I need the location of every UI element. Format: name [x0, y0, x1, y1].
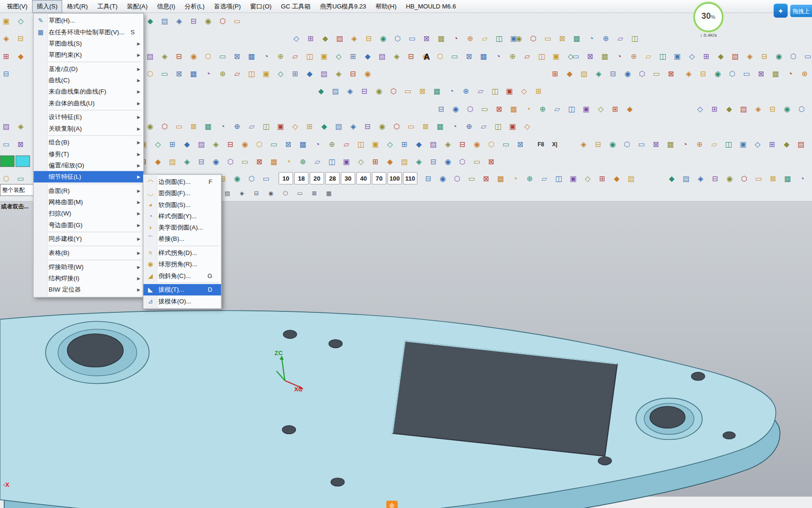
toolbar-icon[interactable]: ⊕ — [464, 32, 476, 44]
toolbar-icon[interactable]: ◈ — [578, 138, 590, 150]
insert-menu-item-20[interactable]: 扫掠(W)▶ — [34, 208, 144, 219]
toolbar-icon[interactable]: ⊞ — [709, 103, 721, 115]
toolbar-icon[interactable]: ◉ — [442, 156, 454, 168]
insert-menu-item-23[interactable]: 同步建模(Y)▶ — [34, 233, 144, 245]
toolbar-icon[interactable]: ▭ — [471, 156, 483, 168]
insert-menu-item-8[interactable]: 来自体的曲线(U)▶ — [34, 97, 144, 109]
toolbar-icon[interactable]: ⊟ — [422, 172, 434, 184]
toolbar-icon[interactable]: ⊟ — [362, 32, 375, 44]
toolbar-icon[interactable]: ◫ — [722, 138, 734, 150]
toolbar-icon[interactable]: ◫ — [492, 120, 504, 133]
toolbar-icon[interactable]: ⊟ — [607, 67, 619, 79]
toolbar-icon[interactable]: ⊟ — [697, 67, 709, 79]
toolbar-icon[interactable]: ⊠ — [650, 138, 662, 150]
toolbar-icon[interactable]: ▭ — [635, 138, 648, 150]
insert-menu-item-21[interactable]: 弯边曲面(G)▶ — [34, 219, 144, 230]
toolbar-icon[interactable]: ▭ — [500, 138, 512, 150]
toolbar-icon[interactable]: ▭ — [752, 172, 765, 184]
insert-menu-item-11[interactable]: 关联复制(A)▶ — [34, 123, 144, 134]
menubar-item-3[interactable]: 工具(T) — [93, 0, 122, 13]
toolbar-number-28[interactable]: 28 — [325, 172, 340, 184]
toolbar-icon[interactable]: ▭ — [542, 32, 554, 44]
toolbar-icon[interactable]: ▤ — [578, 67, 590, 79]
toolbar-icon[interactable]: ⊕ — [463, 120, 475, 133]
menubar-item-0[interactable]: 视图(V) — [2, 0, 32, 13]
toolbar-icon[interactable]: ⊕ — [217, 67, 229, 79]
toolbar-icon[interactable]: ◆ — [181, 138, 193, 150]
toolbar-icon[interactable]: ⊟ — [758, 50, 770, 62]
toolbar-icon[interactable]: ▭ — [173, 120, 185, 133]
toolbar-icon[interactable]: ▭ — [260, 172, 272, 184]
insert-menu-item-13[interactable]: 组合(B)▶ — [34, 137, 144, 148]
toolbar-icon[interactable]: ⊕ — [537, 103, 549, 115]
toolbar-icon[interactable]: ◈ — [0, 32, 12, 44]
toolbar-icon[interactable]: ◈ — [695, 172, 707, 184]
insert-menu-item-25[interactable]: 表格(B)▶ — [34, 247, 144, 259]
toolbar-icon[interactable]: ◆ — [315, 85, 327, 97]
toolbar-icon[interactable]: ◉ — [361, 67, 374, 79]
toolbar-icon[interactable]: ⊞ — [609, 103, 621, 115]
toolbar-icon[interactable]: ⊟ — [766, 103, 779, 115]
toolbar-icon[interactable]: ⬡ — [0, 172, 12, 184]
toolbar-icon[interactable]: ◈ — [593, 67, 605, 79]
toolbar-icon[interactable]: ▭ — [268, 138, 280, 150]
toolbar-icon[interactable]: ⊕ — [694, 138, 706, 150]
toolbar-icon[interactable]: ⬡ — [217, 15, 229, 27]
toolbar-icon[interactable]: ▦ — [268, 156, 280, 168]
toolbar-icon[interactable]: ◔ — [448, 120, 461, 133]
toolbar-icon[interactable]: ⊠ — [665, 67, 677, 79]
toolbar-icon[interactable]: ⊠ — [514, 138, 526, 150]
toolbar-icon[interactable]: ◇ — [751, 138, 764, 150]
toolbar-icon[interactable]: ⬡ — [636, 67, 648, 79]
toolbar-icon[interactable]: ▣ — [671, 50, 683, 62]
toolbar-icon[interactable]: ⊟ — [427, 156, 439, 168]
toolbar-icon[interactable]: ◆ — [715, 50, 727, 62]
toolbar-icon[interactable]: ⊠ — [253, 156, 265, 168]
toolbar-icon[interactable]: ▤ — [223, 189, 232, 198]
toolbar-icon[interactable]: ▦ — [477, 50, 490, 62]
toolbar-icon[interactable]: ◉ — [621, 67, 633, 79]
insert-menu-item-3[interactable]: 草图约束(K)▶ — [34, 49, 144, 61]
toolbar-icon[interactable]: ▭ — [570, 50, 582, 62]
toolbar-icon[interactable]: ⬡ — [391, 32, 404, 44]
toolbar-icon[interactable]: ◆ — [624, 103, 636, 115]
toolbar-icon[interactable]: ▱ — [538, 172, 550, 184]
toolbar-icon[interactable]: ◉ — [724, 172, 736, 184]
toolbar-icon[interactable]: ⊠ — [282, 138, 295, 150]
toolbar-icon[interactable]: ◔ — [796, 172, 808, 184]
detail-submenu-item-8[interactable]: ◉球形拐角(R)... — [143, 259, 221, 270]
toolbar-icon[interactable]: ▭ — [650, 67, 663, 79]
toolbar-icon[interactable]: ◇ — [518, 85, 530, 97]
toolbar-icon[interactable]: ▣ — [274, 120, 287, 133]
toolbar-icon[interactable]: ◈ — [237, 189, 247, 198]
toolbar-icon[interactable]: ◔ — [522, 103, 534, 115]
toolbar-icon[interactable]: ▦ — [202, 120, 214, 133]
toolbar-icon[interactable]: ▤ — [144, 50, 156, 62]
toolbar-icon[interactable]: ▣ — [0, 15, 12, 27]
toolbar-icon[interactable]: ▤ — [329, 85, 342, 97]
share-corner-button[interactable]: ✦ — [773, 4, 788, 18]
toolbar-icon[interactable]: ⊟ — [456, 138, 468, 150]
insert-menu-item-6[interactable]: 曲线(C)▶ — [34, 75, 144, 86]
toolbar-icon[interactable]: ⬡ — [390, 120, 403, 133]
toolbar-icon[interactable]: ◆ — [610, 172, 623, 184]
toolbar-icon[interactable]: ▤ — [333, 120, 345, 133]
detail-submenu-item-11[interactable]: ◣拔模(T)...D — [143, 284, 221, 295]
toolbar-icon[interactable]: ⊞ — [766, 138, 778, 150]
toolbar-icon[interactable]: ⊕ — [600, 32, 612, 44]
toolbar-icon[interactable]: ▦ — [187, 67, 200, 79]
toolbar-icon[interactable]: ▭ — [448, 50, 461, 62]
toolbar-icon[interactable]: ◔ — [784, 67, 796, 79]
toolbar-icon[interactable]: ◆ — [304, 67, 316, 79]
insert-menu-item-19[interactable]: 网格曲面(M)▶ — [34, 197, 144, 208]
toolbar-icon[interactable]: ⊟ — [15, 32, 27, 44]
toolbar-icon[interactable]: ⬡ — [253, 138, 265, 150]
toolbar-icon[interactable]: ◇ — [594, 103, 607, 115]
toolbar-icon[interactable]: ▱ — [478, 32, 491, 44]
toolbar-icon[interactable]: ⬡ — [281, 189, 290, 198]
toolbar-icon[interactable]: ⊞ — [700, 50, 712, 62]
toolbar-text-F8[interactable]: F8 — [538, 141, 544, 147]
toolbar-icon[interactable]: ◔ — [509, 172, 521, 184]
toolbar-icon[interactable]: ◉ — [239, 138, 251, 150]
toolbar-icon[interactable]: ◇ — [152, 138, 164, 150]
